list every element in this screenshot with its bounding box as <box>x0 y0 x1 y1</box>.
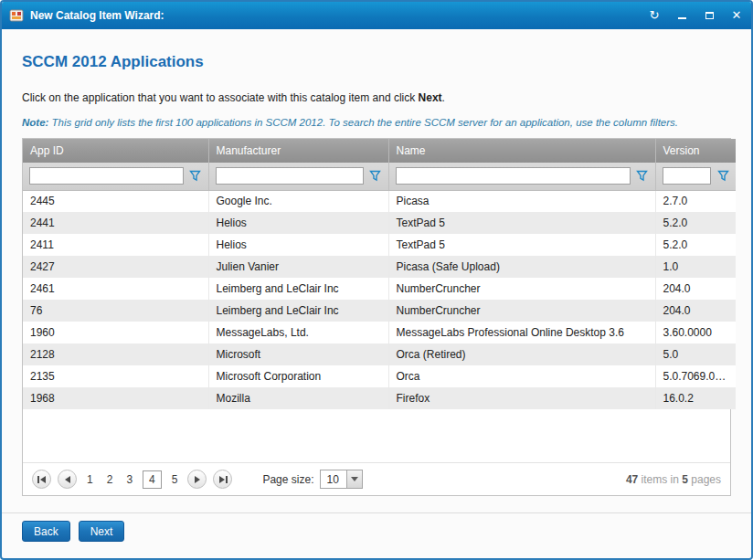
cell-manufacturer[interactable]: Microsoft Corporation <box>208 365 388 387</box>
page-size-label: Page size: <box>262 473 313 486</box>
cell-version[interactable]: 3.60.0000 <box>655 322 736 343</box>
titlebar: New Catalog Item Wizard: ↻ ✕ <box>2 2 751 29</box>
note-body: This grid only lists the first 100 appli… <box>48 117 678 128</box>
table-row[interactable]: 2461Leimberg and LeClair IncNumberCrunch… <box>23 278 736 300</box>
maximize-icon[interactable] <box>702 8 716 23</box>
wizard-window: New Catalog Item Wizard: ↻ ✕ SCCM 2012 A… <box>0 0 753 560</box>
cell-manufacturer[interactable]: Helios <box>208 234 388 256</box>
cell-manufacturer[interactable]: Mozilla <box>208 387 388 409</box>
note-text: Note: This grid only lists the first 100… <box>22 117 731 128</box>
cell-manufacturer[interactable]: Julien Vanier <box>208 256 388 278</box>
cell-version[interactable]: 204.0 <box>655 300 736 322</box>
pager-first-page-icon[interactable] <box>32 470 51 489</box>
pager-next-page-icon[interactable] <box>187 470 207 489</box>
filter-funnel-icon[interactable] <box>716 170 729 182</box>
cell-manufacturer[interactable]: Microsoft <box>208 343 388 365</box>
page-size-value: 10 <box>321 470 345 488</box>
filter-funnel-icon[interactable] <box>189 170 202 182</box>
table-row[interactable]: 1968MozillaFirefox16.0.2 <box>23 387 736 409</box>
cell-app-id[interactable]: 2461 <box>23 278 208 300</box>
page-size-control: Page size: 10 <box>262 470 362 489</box>
cell-app-id[interactable]: 2445 <box>23 190 208 212</box>
table-row[interactable]: 2135Microsoft CorporationOrca5.0.7069.00… <box>23 365 736 387</box>
minimize-icon[interactable] <box>674 8 689 23</box>
pages-count: 5 <box>682 473 688 486</box>
close-icon[interactable]: ✕ <box>729 8 744 23</box>
cell-version[interactable]: 1.0 <box>655 256 736 278</box>
instruction-text: Click on the application that you want t… <box>22 91 731 104</box>
column-header-app-id[interactable]: App ID <box>23 139 208 163</box>
instruction-suffix: . <box>442 91 445 104</box>
next-button[interactable]: Next <box>79 521 125 542</box>
cell-manufacturer[interactable]: Leimberg and LeClair Inc <box>208 278 388 300</box>
cell-name[interactable]: NumberCruncher <box>388 278 655 300</box>
cell-name[interactable]: NumberCruncher <box>388 300 655 322</box>
cell-app-id[interactable]: 76 <box>23 300 208 322</box>
cell-app-id[interactable]: 2135 <box>23 365 208 387</box>
table-body: 2445Google Inc.Picasa2.7.0 2441HeliosTex… <box>23 190 736 409</box>
page-size-dropdown[interactable]: 10 <box>320 470 362 489</box>
cell-version[interactable]: 5.0.7069.0000 <box>655 365 736 387</box>
table-row[interactable]: 2441HeliosTextPad 55.2.0 <box>23 212 736 234</box>
table-row[interactable]: 1960MessageLabs, Ltd.MessageLabs Profess… <box>23 322 736 343</box>
grid-empty-area <box>23 409 730 462</box>
table-row[interactable]: 2427Julien VanierPicasa (Safe Upload)1.0 <box>23 256 736 278</box>
filter-funnel-icon[interactable] <box>636 170 649 182</box>
table-row[interactable]: 2411HeliosTextPad 55.2.0 <box>23 234 736 256</box>
cell-manufacturer[interactable]: Helios <box>208 212 388 234</box>
cell-version[interactable]: 16.0.2 <box>655 387 736 409</box>
column-header-name[interactable]: Name <box>388 139 655 163</box>
cell-app-id[interactable]: 1960 <box>23 322 208 343</box>
filter-input-version[interactable] <box>663 167 712 185</box>
cell-name[interactable]: TextPad 5 <box>388 212 655 234</box>
chevron-down-icon[interactable] <box>346 470 362 488</box>
table-row[interactable]: 2128MicrosoftOrca (Retired)5.0 <box>23 343 736 365</box>
filter-input-name[interactable] <box>396 167 631 185</box>
note-label: Note: <box>22 117 48 128</box>
cell-app-id[interactable]: 2441 <box>23 212 208 234</box>
pager-page-5[interactable]: 5 <box>168 471 182 488</box>
cell-app-id[interactable]: 2411 <box>23 234 208 256</box>
cell-version[interactable]: 5.0 <box>655 343 736 365</box>
pages-text: pages <box>688 473 721 486</box>
table-row[interactable]: 76Leimberg and LeClair IncNumberCruncher… <box>23 300 736 322</box>
cell-name[interactable]: MessageLabs Professional Online Desktop … <box>388 322 655 343</box>
cell-name[interactable]: Picasa <box>388 190 655 212</box>
column-header-version[interactable]: Version <box>655 139 736 163</box>
cell-app-id[interactable]: 2427 <box>23 256 208 278</box>
table-row[interactable]: 2445Google Inc.Picasa2.7.0 <box>23 190 736 212</box>
cell-name[interactable]: Orca (Retired) <box>388 343 655 365</box>
cell-app-id[interactable]: 2128 <box>23 343 208 365</box>
pager-summary: 47 items in 5 pages <box>626 473 721 486</box>
app-icon <box>9 8 24 23</box>
applications-grid: App ID Manufacturer Name Version <box>22 138 731 496</box>
cell-version[interactable]: 204.0 <box>655 278 736 300</box>
pager-page-2[interactable]: 2 <box>103 471 117 488</box>
column-header-manufacturer[interactable]: Manufacturer <box>208 139 388 163</box>
refresh-icon[interactable]: ↻ <box>647 8 662 23</box>
pager-last-page-icon[interactable] <box>213 470 232 489</box>
instruction-bold: Next <box>419 91 442 104</box>
cell-name[interactable]: TextPad 5 <box>388 234 655 256</box>
cell-manufacturer[interactable]: Leimberg and LeClair Inc <box>208 300 388 322</box>
cell-name[interactable]: Orca <box>388 365 655 387</box>
window-title: New Catalog Item Wizard: <box>30 9 164 22</box>
back-button[interactable]: Back <box>22 521 70 542</box>
filter-funnel-icon[interactable] <box>369 170 382 182</box>
cell-version[interactable]: 5.2.0 <box>655 234 736 256</box>
pager-page-1[interactable]: 1 <box>83 471 97 488</box>
pager-page-3[interactable]: 3 <box>122 471 136 488</box>
cell-name[interactable]: Firefox <box>388 387 655 409</box>
cell-manufacturer[interactable]: MessageLabs, Ltd. <box>208 322 388 343</box>
pager-page-4-current[interactable]: 4 <box>143 470 162 489</box>
cell-name[interactable]: Picasa (Safe Upload) <box>388 256 655 278</box>
cell-version[interactable]: 5.2.0 <box>655 212 736 234</box>
cell-manufacturer[interactable]: Google Inc. <box>208 190 388 212</box>
filter-input-manufacturer[interactable] <box>216 167 364 185</box>
filter-input-app-id[interactable] <box>29 167 184 185</box>
cell-version[interactable]: 2.7.0 <box>655 190 736 212</box>
items-count: 47 <box>626 473 638 486</box>
pager-prev-page-icon[interactable] <box>58 470 77 489</box>
window-controls: ↻ ✕ <box>647 8 744 23</box>
cell-app-id[interactable]: 1968 <box>23 387 208 409</box>
